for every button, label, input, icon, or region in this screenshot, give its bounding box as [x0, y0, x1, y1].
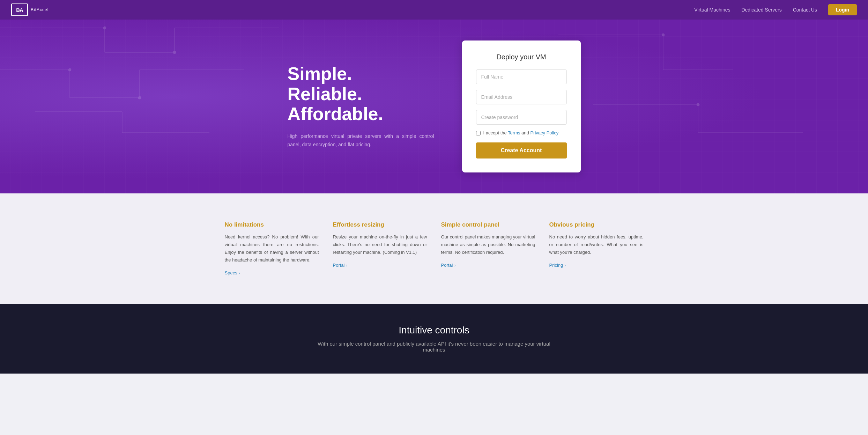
- feature-no-limitations: No limitations Need kernel access? No pr…: [225, 221, 319, 276]
- svg-point-25: [662, 34, 665, 36]
- terms-row: I accept the Terms and Privacy Policy: [476, 130, 567, 135]
- nav-contact-us[interactable]: Contact Us: [793, 7, 817, 13]
- logo-letters: BA: [16, 7, 23, 13]
- deploy-form-card: Deploy your VM I accept the Terms and Pr…: [462, 40, 581, 172]
- feature-title-1: Effortless resizing: [333, 221, 427, 228]
- full-name-group: [476, 69, 567, 84]
- terms-checkbox[interactable]: [476, 131, 481, 135]
- email-input[interactable]: [476, 90, 567, 104]
- headline-line2: Reliable.: [288, 84, 362, 104]
- feature-simple-panel: Simple control panel Our control panel m…: [441, 221, 535, 276]
- feature-title-0: No limitations: [225, 221, 319, 228]
- login-button[interactable]: Login: [828, 4, 857, 15]
- password-input[interactable]: [476, 110, 567, 125]
- svg-point-26: [697, 103, 699, 106]
- logo-text: BitAccel: [31, 7, 49, 12]
- logo-icon: BA: [11, 3, 28, 16]
- chevron-right-icon: ›: [564, 263, 566, 267]
- portal-link-2[interactable]: Portal ›: [441, 263, 456, 268]
- feature-effortless-resizing: Effortless resizing Resize your machine …: [333, 221, 427, 276]
- nav-links: Virtual Machines Dedicated Servers Conta…: [694, 4, 857, 15]
- deploy-card-title: Deploy your VM: [476, 53, 567, 61]
- feature-body-0: Need kernel access? No problem! With our…: [225, 233, 319, 264]
- create-account-button[interactable]: Create Account: [476, 142, 567, 158]
- specs-link[interactable]: Specs ›: [225, 270, 240, 275]
- feature-body-1: Resize your machine on-the-fly in just a…: [333, 233, 427, 256]
- features-grid: No limitations Need kernel access? No pr…: [225, 221, 644, 276]
- feature-body-3: No need to worry about hidden fees, upti…: [549, 233, 644, 256]
- feature-obvious-pricing: Obvious pricing No need to worry about h…: [549, 221, 644, 276]
- hero-section: Simple. Reliable. Affordable. High perfo…: [0, 0, 868, 193]
- features-section: No limitations Need kernel access? No pr…: [0, 193, 868, 304]
- password-group: [476, 110, 567, 125]
- terms-link[interactable]: Terms: [508, 130, 520, 135]
- full-name-input[interactable]: [476, 69, 567, 84]
- portal-link-1[interactable]: Portal ›: [333, 263, 348, 268]
- hero-text-block: Simple. Reliable. Affordable. High perfo…: [288, 64, 434, 149]
- privacy-policy-link[interactable]: Privacy Policy: [530, 130, 558, 135]
- chevron-right-icon: ›: [346, 263, 347, 267]
- headline-line1: Simple.: [288, 64, 352, 84]
- hero-content: Simple. Reliable. Affordable. High perfo…: [225, 20, 644, 193]
- svg-point-23: [68, 68, 71, 71]
- nav-virtual-machines[interactable]: Virtual Machines: [694, 7, 730, 13]
- hero-headline: Simple. Reliable. Affordable.: [288, 64, 434, 124]
- logo-area: BA BitAccel: [11, 3, 49, 16]
- svg-point-22: [173, 51, 176, 54]
- feature-title-2: Simple control panel: [441, 221, 535, 228]
- email-group: [476, 90, 567, 104]
- navigation: BA BitAccel Virtual Machines Dedicated S…: [0, 0, 868, 20]
- hero-description: High performance virtual private servers…: [288, 132, 434, 149]
- svg-point-24: [138, 96, 141, 99]
- chevron-right-icon: ›: [239, 271, 240, 275]
- nav-dedicated-servers[interactable]: Dedicated Servers: [741, 7, 781, 13]
- feature-title-3: Obvious pricing: [549, 221, 644, 228]
- bottom-description: With our simple control panel and public…: [312, 341, 556, 353]
- chevron-right-icon: ›: [454, 263, 455, 267]
- pricing-link[interactable]: Pricing ›: [549, 263, 566, 268]
- feature-body-2: Our control panel makes managing your vi…: [441, 233, 535, 256]
- headline-line3: Affordable.: [288, 104, 383, 124]
- terms-text: I accept the Terms and Privacy Policy: [483, 130, 559, 135]
- bottom-section: Intuitive controls With our simple contr…: [0, 304, 868, 374]
- svg-point-21: [103, 27, 106, 29]
- bottom-title: Intuitive controls: [14, 325, 854, 336]
